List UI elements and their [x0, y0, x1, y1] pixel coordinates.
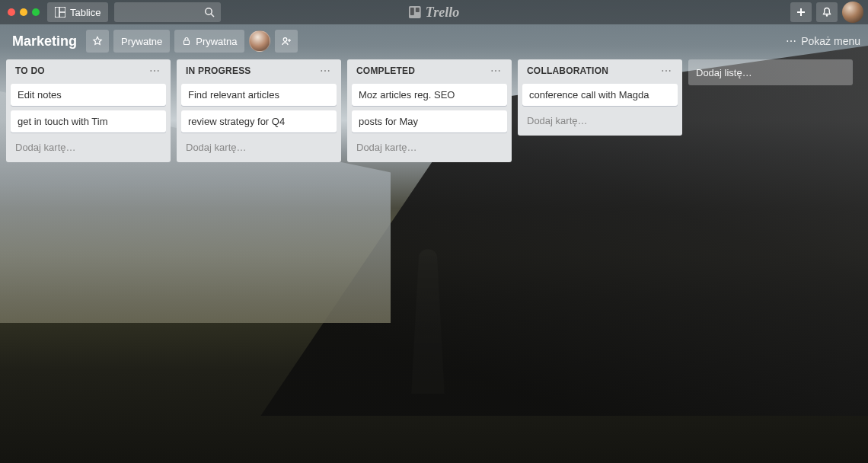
list-header: COLLABORATION ⋯: [522, 64, 678, 79]
list-title[interactable]: COMPLETED: [356, 65, 415, 76]
card[interactable]: review strategy for Q4: [181, 110, 337, 133]
svg-point-10: [826, 14, 828, 16]
list-header: COMPLETED ⋯: [352, 64, 507, 79]
add-card-button[interactable]: Dodaj kartę…: [522, 110, 678, 131]
bell-icon: [822, 7, 832, 18]
list-header: IN PROGRESS ⋯: [181, 64, 337, 79]
svg-rect-7: [416, 8, 420, 12]
add-card-button[interactable]: Dodaj kartę…: [11, 137, 166, 158]
list-in-progress: IN PROGRESS ⋯ Find relevant articles rev…: [177, 59, 341, 162]
lock-icon: [182, 37, 191, 46]
list-header: TO DO ⋯: [11, 64, 166, 79]
window-traffic-lights: [8, 8, 40, 16]
list-title[interactable]: IN PROGRESS: [186, 65, 251, 76]
add-card-button[interactable]: Dodaj kartę…: [352, 137, 507, 158]
card[interactable]: Find relevant articles: [181, 84, 337, 106]
list-title[interactable]: TO DO: [15, 65, 45, 76]
boards-button[interactable]: Tablice: [47, 2, 108, 22]
card[interactable]: Edit notes: [11, 84, 166, 106]
svg-rect-11: [184, 40, 190, 45]
card[interactable]: posts for May: [352, 110, 507, 133]
add-member-icon: [281, 36, 292, 46]
user-avatar[interactable]: [842, 2, 863, 23]
board-header: Marketing Prywatne Prywatna ⋯ Pokaż menu: [0, 24, 868, 58]
window-zoom-icon[interactable]: [32, 8, 40, 16]
app-topbar: Tablice Trello: [0, 0, 868, 24]
list-completed: COMPLETED ⋯ Moz articles reg. SEO posts …: [347, 59, 512, 162]
list-title[interactable]: COLLABORATION: [527, 65, 608, 76]
list-collaboration: COLLABORATION ⋯ conference call with Mag…: [518, 59, 682, 136]
board-name[interactable]: Marketing: [8, 30, 81, 53]
topbar-right: [790, 2, 863, 23]
list-menu-button[interactable]: ⋯: [148, 65, 161, 76]
trello-logo-icon: [409, 6, 421, 18]
search-wrap: [108, 2, 221, 22]
window-close-icon[interactable]: [8, 8, 15, 16]
star-icon: [92, 36, 103, 46]
list-menu-button[interactable]: ⋯: [489, 65, 503, 76]
svg-rect-6: [410, 8, 414, 15]
app-logo[interactable]: Trello: [409, 5, 459, 21]
card[interactable]: Moz articles reg. SEO: [352, 84, 507, 106]
star-board-button[interactable]: [86, 30, 109, 53]
list-todo: TO DO ⋯ Edit notes get in touch with Tim…: [6, 59, 171, 162]
board-member-avatar[interactable]: [249, 30, 270, 52]
team-private-chip[interactable]: Prywatna: [174, 30, 244, 53]
create-button[interactable]: [790, 2, 812, 22]
window-minimize-icon[interactable]: [20, 8, 27, 16]
visibility-private-chip[interactable]: Prywatne: [113, 30, 170, 53]
board-lists: TO DO ⋯ Edit notes get in touch with Tim…: [0, 59, 868, 162]
notifications-button[interactable]: [816, 2, 838, 22]
plus-icon: [796, 7, 806, 18]
show-menu-button[interactable]: ⋯ Pokaż menu: [786, 35, 860, 47]
app-logo-text: Trello: [426, 5, 459, 21]
boards-button-label: Tablice: [70, 7, 101, 18]
list-menu-button[interactable]: ⋯: [659, 65, 673, 76]
visibility-private-label: Prywatne: [121, 36, 162, 47]
ellipsis-icon: ⋯: [786, 35, 798, 47]
add-member-button[interactable]: [275, 30, 298, 53]
search-input[interactable]: [114, 2, 221, 22]
add-card-button[interactable]: Dodaj kartę…: [181, 137, 337, 158]
card[interactable]: get in touch with Tim: [11, 110, 166, 133]
svg-point-12: [284, 38, 288, 42]
team-private-label: Prywatna: [196, 36, 237, 47]
boards-icon: [55, 7, 65, 18]
card[interactable]: conference call with Magda: [522, 84, 678, 106]
show-menu-label: Pokaż menu: [801, 35, 860, 47]
add-list-button[interactable]: Dodaj listę…: [688, 59, 853, 85]
list-menu-button[interactable]: ⋯: [318, 65, 332, 76]
